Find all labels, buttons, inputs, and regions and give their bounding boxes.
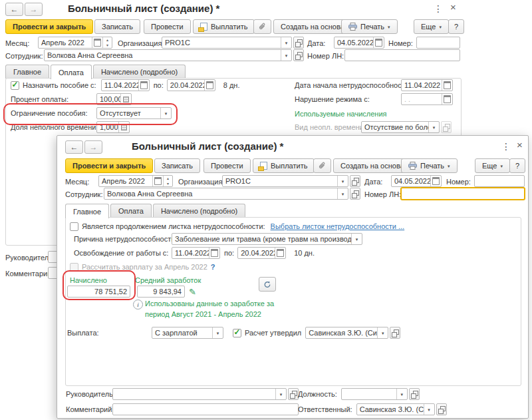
calendar-icon[interactable] <box>373 37 384 48</box>
calendar-icon[interactable] <box>442 80 452 91</box>
tab-main[interactable]: Главное <box>5 65 49 79</box>
avg-earnings-field[interactable]: 9 843,94 <box>137 286 185 298</box>
calendar-icon[interactable] <box>442 94 452 105</box>
attachment-button[interactable] <box>253 19 271 34</box>
number-field[interactable] <box>474 175 525 187</box>
back-button[interactable]: ← <box>65 140 83 154</box>
calendar-icon[interactable] <box>92 37 102 48</box>
release-to-field[interactable]: 20.04.2022 <box>237 247 286 259</box>
tab-accrued-detail[interactable]: Начислено (подробно) <box>153 204 245 218</box>
benefit-limit-field[interactable]: Отсутствует▾ <box>96 107 172 119</box>
employee-open-icon[interactable] <box>293 49 304 61</box>
calc-icon[interactable] <box>118 122 129 132</box>
calc-salary-help[interactable]: ? <box>211 263 215 271</box>
post-and-close-button[interactable]: Провести и закрыть <box>65 158 153 173</box>
forward-button[interactable]: → <box>84 140 102 154</box>
calendar-icon[interactable] <box>430 176 441 186</box>
disability-start-field[interactable]: 11.04.2022 <box>401 79 453 91</box>
month-field[interactable]: Апрель 2022▴▾ <box>98 175 173 187</box>
calc-icon[interactable] <box>120 94 131 105</box>
refresh-button[interactable] <box>259 277 276 292</box>
help-button[interactable]: ? <box>509 158 525 173</box>
part-time-field[interactable]: 1,000 <box>96 121 130 133</box>
reason-field[interactable]: Заболевание или травма (кроме травм на п… <box>172 233 362 245</box>
chevron-down-icon[interactable]: ▾ <box>396 389 407 399</box>
date-field[interactable]: 04.05.2022 <box>334 37 384 49</box>
more-button[interactable]: Еще▾ <box>414 19 449 34</box>
accrued-field[interactable]: 78 751,52 <box>67 286 130 298</box>
comment-field[interactable] <box>112 403 299 415</box>
attachment-button[interactable] <box>313 158 331 173</box>
violation-field[interactable]: . . <box>401 93 453 105</box>
month-field[interactable]: Апрель 2022▴▾ <box>38 37 112 49</box>
ln-number-field[interactable] <box>344 49 460 61</box>
print-button[interactable]: Печать▾ <box>401 158 458 173</box>
chevron-down-icon[interactable]: ▾ <box>337 188 348 199</box>
employee-field[interactable]: Волкова Анна Сергеевна▾ <box>44 49 292 61</box>
tab-main[interactable]: Главное <box>65 204 109 218</box>
chevron-down-icon[interactable]: ▾ <box>212 327 223 338</box>
chevron-down-icon[interactable]: ▾ <box>337 176 348 186</box>
responsible-field[interactable]: Савинская З.Ю. (Систем▾ <box>356 403 435 415</box>
tab-payment[interactable]: Оплата <box>110 204 152 218</box>
calendar-icon[interactable] <box>275 248 285 258</box>
pay-button[interactable]: Выплатить <box>193 19 255 34</box>
chevron-down-icon[interactable]: ▾ <box>281 50 291 61</box>
window-menu-icon[interactable]: ⋮ <box>501 141 511 152</box>
month-spinner[interactable]: ▴▾ <box>102 37 112 48</box>
approved-by-field[interactable]: Савинская З.Ю. (Системн▾ <box>305 327 388 339</box>
window-menu-icon[interactable]: ⋮ <box>434 3 443 14</box>
chevron-down-icon[interactable]: ▾ <box>160 108 171 118</box>
organization-field[interactable]: PRO1C▾ <box>222 175 348 187</box>
post-and-close-button[interactable]: Провести и закрыть <box>5 19 93 34</box>
tab-payment[interactable]: Оплата <box>51 65 92 79</box>
employee-open-icon[interactable] <box>350 188 360 200</box>
post-button[interactable]: Провести <box>203 158 251 173</box>
select-sheet-link[interactable]: Выбрать листок нетрудоспособности ... <box>271 222 405 230</box>
calendar-icon[interactable] <box>138 80 149 91</box>
assign-benefit-checkbox[interactable]: ✓ <box>11 81 19 90</box>
close-icon[interactable]: × <box>450 2 456 13</box>
post-button[interactable]: Провести <box>144 19 191 34</box>
organization-open-icon[interactable] <box>350 175 360 187</box>
manager-open-icon[interactable] <box>288 388 299 400</box>
forward-button[interactable]: → <box>25 3 43 16</box>
write-button[interactable]: Записать <box>94 19 140 34</box>
continuation-checkbox[interactable] <box>70 222 78 231</box>
chevron-down-icon[interactable]: ▾ <box>377 327 388 338</box>
month-spinner[interactable]: ▴▾ <box>163 176 172 186</box>
position-field[interactable]: ▾ <box>341 388 408 400</box>
calendar-icon[interactable] <box>209 248 219 258</box>
chevron-down-icon[interactable]: ▾ <box>424 404 434 415</box>
tab-accrued-detail[interactable]: Начислено (подробно) <box>93 65 186 79</box>
approved-by-open-icon[interactable] <box>390 327 400 339</box>
manager-field[interactable]: ▾ <box>112 388 287 400</box>
close-icon[interactable]: × <box>517 140 523 150</box>
approved-checkbox[interactable]: ✓ <box>233 329 241 337</box>
write-button[interactable]: Записать <box>154 158 200 173</box>
back-button[interactable]: ← <box>5 3 23 16</box>
chevron-down-icon[interactable]: ▾ <box>351 234 362 244</box>
pay-button[interactable]: Выплатить <box>253 158 315 173</box>
employee-field[interactable]: Волкова Анна Сергеевна▾ <box>104 188 348 200</box>
chevron-down-icon[interactable]: ▾ <box>281 37 291 48</box>
organization-open-icon[interactable] <box>293 37 304 49</box>
edit-pencil-icon[interactable]: ✎ <box>189 288 196 296</box>
benefit-to-field[interactable]: 20.04.2022 <box>167 79 215 91</box>
calendar-icon[interactable] <box>152 176 163 186</box>
calendar-icon[interactable] <box>204 80 215 91</box>
date-field[interactable]: 04.05.2022 <box>391 175 442 187</box>
responsible-open-icon[interactable] <box>436 403 447 415</box>
organization-field[interactable]: PRO1C▾ <box>162 37 292 49</box>
benefit-from-field[interactable]: 11.04.2022 <box>101 79 150 91</box>
more-button[interactable]: Еще▾ <box>475 158 510 173</box>
payout-field[interactable]: С зарплатой▾ <box>152 327 223 339</box>
release-from-field[interactable]: 11.04.2022 <box>172 247 220 259</box>
chevron-down-icon[interactable]: ▾ <box>275 389 286 399</box>
print-button[interactable]: Печать▾ <box>341 19 398 34</box>
percent-field[interactable]: 100,00 <box>96 93 132 105</box>
ln-number-field[interactable] <box>401 188 525 200</box>
help-button[interactable]: ? <box>448 19 464 34</box>
number-field[interactable] <box>416 37 460 49</box>
position-open-icon[interactable] <box>409 388 420 400</box>
